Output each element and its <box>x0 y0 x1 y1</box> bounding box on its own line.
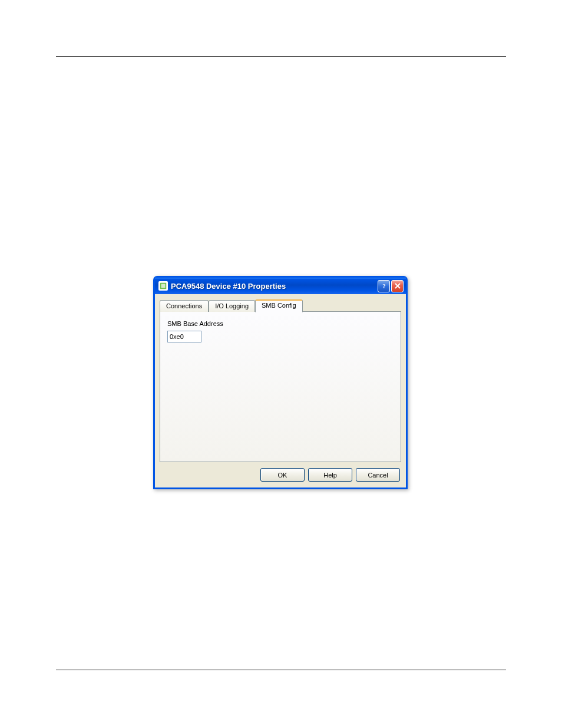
smb-base-address-input[interactable] <box>167 331 201 342</box>
properties-dialog: PCA9548 Device #10 Properties ? Connecti… <box>153 276 408 489</box>
tab-smb-config[interactable]: SMB Config <box>255 299 303 312</box>
page-divider-bottom <box>56 670 506 670</box>
tab-io-logging[interactable]: I/O Logging <box>209 300 255 312</box>
page-divider-top <box>56 56 506 57</box>
app-icon <box>158 281 168 291</box>
ok-button[interactable]: OK <box>260 468 305 482</box>
smb-base-address-label: SMB Base Address <box>167 320 394 327</box>
tab-connections[interactable]: Connections <box>160 300 209 312</box>
cancel-button[interactable]: Cancel <box>356 468 400 482</box>
tab-content-smb-config: SMB Base Address <box>160 311 401 462</box>
title-bar[interactable]: PCA9548 Device #10 Properties ? <box>155 278 406 294</box>
dialog-title: PCA9548 Device #10 Properties <box>171 282 378 291</box>
title-buttons: ? <box>378 280 404 292</box>
close-button[interactable] <box>391 280 404 292</box>
svg-rect-1 <box>161 284 166 288</box>
dialog-body: Connections I/O Logging SMB Config SMB B… <box>155 294 406 487</box>
dialog-button-row: OK Help Cancel <box>160 462 401 482</box>
svg-text:?: ? <box>382 282 386 289</box>
tabs-row: Connections I/O Logging SMB Config <box>160 299 401 312</box>
context-help-button[interactable]: ? <box>378 280 390 292</box>
help-button[interactable]: Help <box>308 468 352 482</box>
